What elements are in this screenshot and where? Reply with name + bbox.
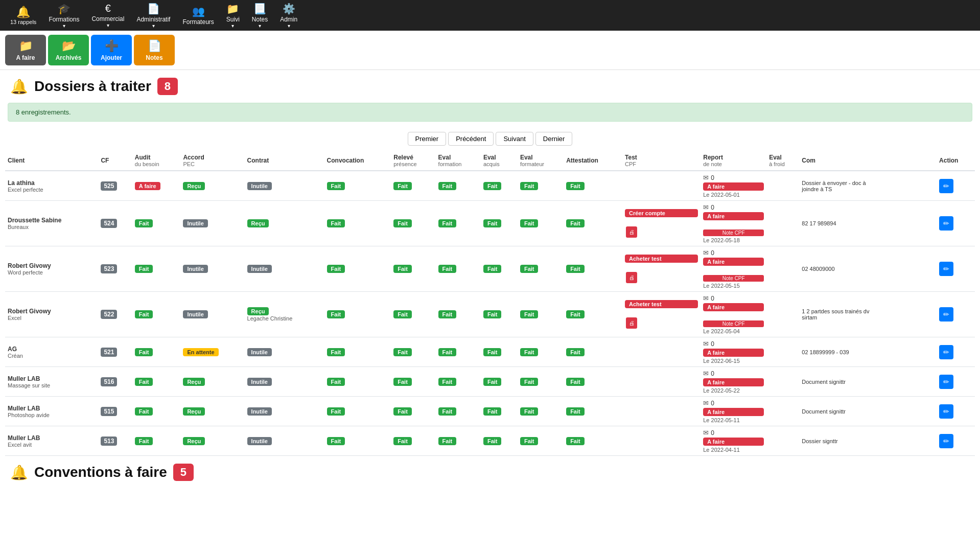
nav-formateurs[interactable]: 👥 Formateurs <box>177 2 219 29</box>
col-client: Client <box>5 151 98 171</box>
premier-button[interactable]: Premier <box>408 132 447 146</box>
contrat-badge: Inutile <box>247 437 272 445</box>
nav-commercial[interactable]: € Commercial ▾ <box>86 0 129 31</box>
test-cpf-print-button[interactable]: 🖨 <box>626 272 637 283</box>
contrat-badge: Inutile <box>247 265 272 273</box>
audit-badge[interactable]: A faire <box>135 182 160 190</box>
cell-test-cpf: Acheter test🖨 <box>622 246 701 292</box>
col-eval-formateur: Evalformateur <box>518 151 564 171</box>
cell-action: ✏ <box>937 367 975 397</box>
edit-button[interactable]: ✏ <box>939 179 953 193</box>
cell-contrat: Inutile <box>245 246 324 292</box>
cell-client: Droussette Sabine Bureaux <box>5 201 98 246</box>
edit-button[interactable]: ✏ <box>939 404 953 419</box>
report-badge[interactable]: A faire <box>703 303 764 311</box>
cell-eval-formation: Fait <box>436 201 481 246</box>
accord-badge: Inutile <box>183 219 207 227</box>
eval-formateur-badge: Fait <box>520 348 539 356</box>
test-cpf-badge[interactable]: Acheter test <box>625 255 698 263</box>
cell-attestation: Fait <box>564 426 622 456</box>
cell-convocation: Fait <box>324 367 391 397</box>
edit-button[interactable]: ✏ <box>939 375 953 389</box>
cell-client: Muller LAB Photoshop avide <box>5 397 98 426</box>
report-badge[interactable]: A faire <box>703 438 764 446</box>
com-text: Document signittr <box>802 379 883 385</box>
test-cpf-print-button[interactable]: 🖨 <box>626 317 637 329</box>
cell-eval-acquis: Fait <box>481 292 518 337</box>
eval-formateur-badge: Fait <box>520 407 539 416</box>
nav-admin[interactable]: ⚙️ Admin ▾ <box>275 0 302 32</box>
email-icon: ✉ <box>703 249 709 257</box>
nav-notes[interactable]: 📃 Notes ▾ <box>247 0 273 32</box>
test-cpf-print-button[interactable]: 🖨 <box>626 226 637 238</box>
cell-audit: Fait <box>132 337 181 367</box>
eval-formation-badge: Fait <box>438 348 457 356</box>
edit-button[interactable]: ✏ <box>939 262 953 276</box>
report-badge[interactable]: A faire <box>703 408 764 416</box>
edit-button[interactable]: ✏ <box>939 434 953 448</box>
report-date: Le 2022-06-15 <box>703 358 764 364</box>
eval-formation-badge: Fait <box>438 378 457 386</box>
nav-suivi-label: Suivi <box>226 16 240 23</box>
cell-eval-froid <box>766 367 799 397</box>
precedent-button[interactable]: Précédent <box>448 132 494 146</box>
dernier-button[interactable]: Dernier <box>535 132 573 146</box>
nav-formations-label: Formations <box>49 16 79 23</box>
edit-button[interactable]: ✏ <box>939 216 953 231</box>
nav-formations[interactable]: 🎓 Formations ▾ <box>43 0 84 32</box>
info-text: 8 enregistrements. <box>16 108 71 116</box>
com-text: 02 48009000 <box>802 266 883 272</box>
cell-report: ✉0 A faire Le 2022-05-01 <box>701 171 766 201</box>
cell-attestation: Fait <box>564 171 622 201</box>
cell-accord: Inutile <box>180 292 244 337</box>
cell-eval-formation: Fait <box>436 292 481 337</box>
releve-badge: Fait <box>393 182 412 190</box>
bell-icon: 🔔 <box>16 6 30 19</box>
cell-accord: Reçu <box>180 426 244 456</box>
cell-convocation: Fait <box>324 397 391 426</box>
cell-audit: A faire <box>132 171 181 201</box>
cell-releve: Fait <box>391 201 435 246</box>
cell-cf: 513 <box>98 426 132 456</box>
page-count-badge: 8 <box>157 78 178 95</box>
report-badge[interactable]: A faire <box>703 182 764 191</box>
main-table-container: Client CF Auditdu besoin AccordPEC Contr… <box>0 151 980 456</box>
formations-icon: 🎓 <box>58 3 71 15</box>
nav-suivi[interactable]: 📁 Suivi ▾ <box>221 0 245 32</box>
report-badge[interactable]: A faire <box>703 212 764 220</box>
ajouter-button[interactable]: ➕ Ajouter <box>91 35 132 65</box>
col-eval-formation: Evalformation <box>436 151 481 171</box>
report-badge[interactable]: A faire <box>703 349 764 357</box>
audit-badge: Fait <box>135 310 153 318</box>
email-icon: ✉ <box>703 399 709 407</box>
convocation-badge: Fait <box>327 348 345 356</box>
note-cpf-button[interactable]: Note CPF <box>703 229 764 236</box>
rappels-section[interactable]: 🔔 13 rappels <box>5 3 41 28</box>
info-bar: 8 enregistrements. <box>8 103 972 122</box>
archives-button[interactable]: 📂 Archivés <box>48 35 89 65</box>
note-cpf-button[interactable]: Note CPF <box>703 275 764 282</box>
test-cpf-badge[interactable]: Acheter test <box>625 300 698 308</box>
releve-badge: Fait <box>393 219 412 227</box>
cell-releve: Fait <box>391 426 435 456</box>
client-sub: Créan <box>8 353 96 359</box>
note-cpf-button[interactable]: Note CPF <box>703 320 764 327</box>
report-badge[interactable]: A faire <box>703 258 764 266</box>
cell-action: ✏ <box>937 246 975 292</box>
convocation-badge: Fait <box>327 182 345 190</box>
cell-eval-formation: Fait <box>436 426 481 456</box>
cell-cf: 523 <box>98 246 132 292</box>
test-cpf-badge[interactable]: Créer compte <box>625 209 698 217</box>
edit-button[interactable]: ✏ <box>939 345 953 359</box>
cell-contrat: Inutile <box>245 171 324 201</box>
cell-eval-formateur: Fait <box>518 246 564 292</box>
afaire-button[interactable]: 📁 A faire <box>5 35 46 65</box>
email-icon: ✉ <box>703 174 709 181</box>
nav-administratif[interactable]: 📄 Administratif ▾ <box>131 0 175 32</box>
report-badge[interactable]: A faire <box>703 378 764 386</box>
edit-button[interactable]: ✏ <box>939 307 953 322</box>
notes-button[interactable]: 📄 Notes <box>134 35 175 65</box>
cell-action: ✏ <box>937 171 975 201</box>
suivant-button[interactable]: Suivant <box>496 132 533 146</box>
cell-client: Robert Givowy Word perfecte <box>5 246 98 292</box>
